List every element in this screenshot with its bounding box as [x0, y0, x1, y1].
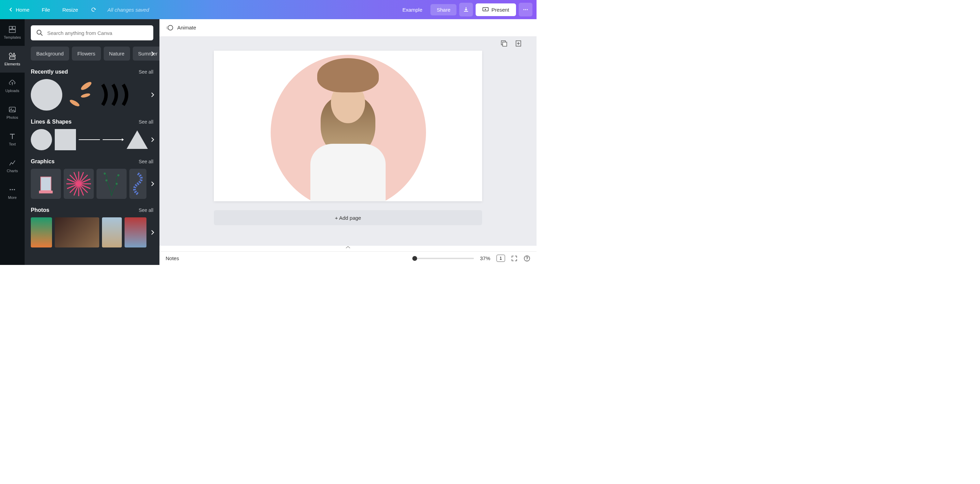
shape-square[interactable]	[55, 129, 76, 150]
svg-point-17	[80, 93, 91, 99]
rail-item-photos[interactable]: Photos	[0, 99, 25, 126]
chevron-right-icon	[150, 230, 155, 235]
zoom-level[interactable]: 37%	[480, 255, 490, 261]
resize-button[interactable]: Resize	[57, 5, 83, 15]
templates-icon	[8, 25, 16, 33]
shape-circle[interactable]	[31, 129, 52, 150]
person-photo-element[interactable]	[297, 55, 400, 201]
graphic-blue-swirl[interactable]	[129, 169, 146, 199]
see-all-link[interactable]: See all	[138, 207, 153, 213]
row-scroll-right[interactable]	[150, 92, 155, 97]
document-name[interactable]: Example	[402, 7, 422, 13]
help-button[interactable]	[523, 255, 530, 262]
elements-panel: Background Flowers Nature Summer Recentl…	[25, 19, 159, 265]
items-row	[31, 129, 153, 150]
element-gray-circle[interactable]	[31, 79, 62, 111]
row-scroll-right[interactable]	[150, 230, 155, 235]
see-all-link[interactable]: See all	[138, 159, 153, 164]
header-left: Home File Resize All changes saved	[4, 5, 149, 15]
animate-button[interactable]: Animate	[177, 25, 196, 30]
svg-marker-20	[122, 138, 124, 141]
chevron-left-icon	[9, 8, 13, 12]
photo-thumb-1[interactable]	[31, 217, 52, 247]
svg-point-7	[9, 53, 12, 56]
fullscreen-button[interactable]	[511, 255, 517, 261]
chip-nature[interactable]: Nature	[104, 46, 130, 61]
main-body: Templates Elements Uploads Photos Text C…	[0, 19, 536, 265]
add-page-button[interactable]: + Add page	[214, 210, 482, 225]
rail-item-uploads[interactable]: Uploads	[0, 73, 25, 99]
search-input[interactable]	[47, 30, 148, 36]
add-page-icon-button[interactable]	[515, 40, 523, 48]
present-icon	[482, 7, 488, 12]
saved-status: All changes saved	[107, 7, 149, 13]
footer-right: 37% 1	[412, 255, 530, 262]
duplicate-page-button[interactable]	[500, 40, 509, 48]
chevron-right-icon	[150, 92, 155, 97]
zoom-slider-thumb[interactable]	[412, 256, 417, 261]
chip-flowers[interactable]: Flowers	[72, 46, 101, 61]
rail-item-charts[interactable]: Charts	[0, 153, 25, 179]
chevron-up-icon	[345, 246, 351, 249]
svg-marker-8	[13, 53, 15, 56]
graphic-isometric-letter[interactable]	[31, 169, 61, 199]
rail-item-templates[interactable]: Templates	[0, 19, 25, 46]
shape-triangle[interactable]	[127, 131, 148, 149]
search-icon	[36, 29, 43, 36]
notes-button[interactable]: Notes	[165, 255, 179, 261]
photo-thumb-2[interactable]	[55, 217, 99, 247]
search-bar[interactable]	[31, 25, 153, 40]
chip-summer[interactable]: Summer	[133, 46, 159, 61]
svg-point-16	[80, 80, 93, 91]
shape-line[interactable]	[79, 139, 100, 140]
see-all-link[interactable]: See all	[138, 69, 153, 75]
row-scroll-right[interactable]	[150, 181, 155, 186]
expand-pages-handle[interactable]	[159, 246, 536, 251]
home-button[interactable]: Home	[4, 5, 34, 15]
canvas-viewport[interactable]: + Add page	[159, 36, 536, 246]
rail-item-elements[interactable]: Elements	[0, 46, 25, 73]
chevron-right-icon	[150, 51, 155, 56]
svg-point-15	[37, 30, 41, 34]
shape-arrow-line[interactable]	[103, 138, 124, 142]
present-label: Present	[492, 7, 509, 13]
icon-rail: Templates Elements Uploads Photos Text C…	[0, 19, 25, 265]
elements-icon	[8, 53, 16, 60]
download-button[interactable]	[459, 3, 473, 16]
present-button[interactable]: Present	[476, 3, 516, 16]
page-count[interactable]: 1	[496, 255, 505, 262]
see-all-link[interactable]: See all	[138, 119, 153, 124]
photo-thumb-4[interactable]	[124, 217, 146, 247]
undo-button[interactable]	[86, 5, 101, 15]
chips-scroll-right[interactable]	[150, 51, 155, 56]
element-orange-sparks[interactable]	[65, 79, 97, 111]
chips-row: Background Flowers Nature Summer	[31, 46, 153, 61]
photos-icon	[8, 106, 16, 113]
rail-item-text[interactable]: Text	[0, 126, 25, 153]
svg-rect-4	[9, 26, 12, 29]
svg-point-14	[14, 189, 15, 190]
rail-label: Photos	[6, 115, 18, 119]
items-row	[31, 169, 153, 199]
svg-point-18	[69, 99, 80, 107]
zoom-slider[interactable]	[412, 258, 474, 259]
dots-horizontal-icon	[522, 6, 529, 13]
element-black-arrows[interactable]	[99, 79, 137, 111]
share-button[interactable]: Share	[430, 4, 457, 15]
file-button[interactable]: File	[37, 5, 55, 15]
chip-background[interactable]: Background	[31, 46, 69, 61]
svg-point-40	[118, 174, 119, 176]
svg-point-43	[168, 25, 173, 30]
chevron-right-icon	[150, 181, 155, 186]
photo-thumb-3[interactable]	[102, 217, 122, 247]
rail-item-more[interactable]: More	[0, 179, 25, 206]
design-page[interactable]	[214, 51, 482, 201]
help-icon	[523, 255, 530, 262]
svg-point-41	[105, 179, 107, 182]
section-title: Graphics	[31, 159, 54, 165]
graphic-pink-starburst[interactable]	[64, 169, 94, 199]
more-options-button[interactable]	[519, 3, 533, 16]
svg-rect-22	[39, 191, 53, 193]
row-scroll-right[interactable]	[150, 137, 155, 142]
graphic-green-branch[interactable]	[97, 169, 127, 199]
